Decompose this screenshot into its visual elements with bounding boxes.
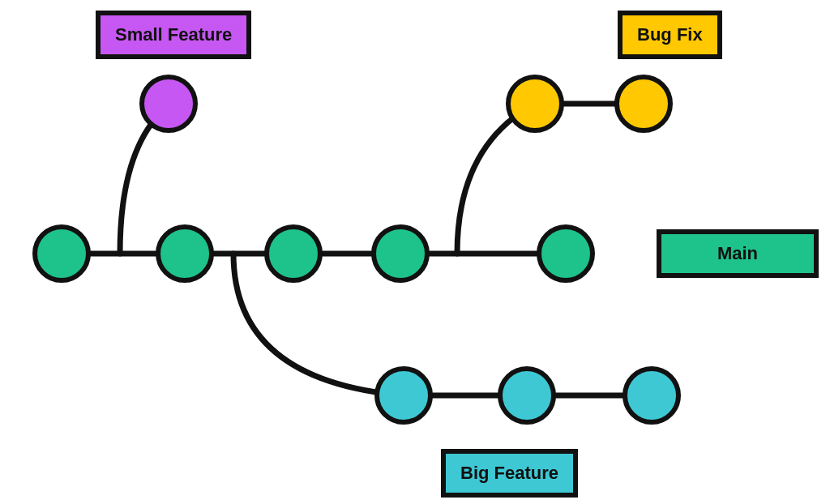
commit-main-4: [371, 224, 430, 283]
commit-main-5: [537, 224, 595, 283]
commit-big-feature-1: [374, 366, 433, 425]
commit-big-feature-2: [498, 366, 556, 425]
git-branch-diagram: Small Feature Bug Fix Main Big Feature: [0, 0, 830, 504]
commit-small-feature-1: [139, 75, 198, 133]
commit-big-feature-3: [622, 366, 681, 425]
commit-bug-fix-1: [506, 75, 564, 133]
commit-main-2: [156, 224, 214, 283]
commit-main-3: [264, 224, 323, 283]
commit-bug-fix-2: [614, 75, 673, 133]
label-bug-fix: Bug Fix: [618, 11, 722, 59]
label-big-feature: Big Feature: [441, 449, 578, 498]
label-small-feature: Small Feature: [96, 11, 251, 59]
label-main: Main: [657, 229, 819, 278]
commit-main-1: [32, 224, 91, 283]
